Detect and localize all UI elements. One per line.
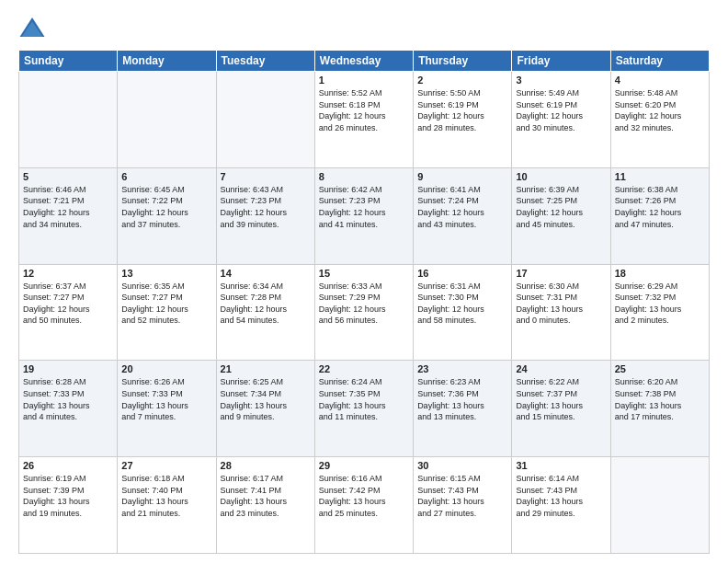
day-number: 15 xyxy=(319,268,409,279)
day-number: 17 xyxy=(516,268,606,279)
day-number: 23 xyxy=(417,363,507,374)
day-info: Sunrise: 6:19 AM Sunset: 7:39 PM Dayligh… xyxy=(23,473,113,519)
day-cell xyxy=(610,457,709,554)
weekday-header-wednesday: Wednesday xyxy=(314,51,413,72)
weekday-header-friday: Friday xyxy=(512,51,610,72)
day-info: Sunrise: 5:48 AM Sunset: 6:20 PM Dayligh… xyxy=(615,87,705,133)
weekday-header-saturday: Saturday xyxy=(610,51,709,72)
day-info: Sunrise: 6:42 AM Sunset: 7:23 PM Dayligh… xyxy=(319,184,409,230)
day-cell: 2Sunrise: 5:50 AM Sunset: 6:19 PM Daylig… xyxy=(414,72,512,168)
day-number: 25 xyxy=(615,363,705,374)
day-cell: 12Sunrise: 6:37 AM Sunset: 7:27 PM Dayli… xyxy=(19,264,118,361)
day-number: 12 xyxy=(23,268,113,279)
day-info: Sunrise: 6:16 AM Sunset: 7:42 PM Dayligh… xyxy=(319,473,409,519)
day-cell: 20Sunrise: 6:26 AM Sunset: 7:33 PM Dayli… xyxy=(118,361,216,457)
day-info: Sunrise: 6:34 AM Sunset: 7:28 PM Dayligh… xyxy=(221,281,311,327)
day-info: Sunrise: 6:24 AM Sunset: 7:35 PM Dayligh… xyxy=(319,376,409,422)
weekday-header-sunday: Sunday xyxy=(19,51,118,72)
weekday-header-row: SundayMondayTuesdayWednesdayThursdayFrid… xyxy=(19,51,710,72)
day-info: Sunrise: 5:52 AM Sunset: 6:18 PM Dayligh… xyxy=(319,87,409,133)
day-number: 2 xyxy=(417,75,507,86)
page: SundayMondayTuesdayWednesdayThursdayFrid… xyxy=(0,0,728,563)
day-number: 11 xyxy=(615,171,705,182)
day-cell: 19Sunrise: 6:28 AM Sunset: 7:33 PM Dayli… xyxy=(19,361,118,457)
day-number: 18 xyxy=(615,268,705,279)
day-info: Sunrise: 6:15 AM Sunset: 7:43 PM Dayligh… xyxy=(417,473,507,519)
day-info: Sunrise: 6:35 AM Sunset: 7:27 PM Dayligh… xyxy=(121,281,211,327)
day-info: Sunrise: 6:30 AM Sunset: 7:31 PM Dayligh… xyxy=(516,281,606,327)
day-cell: 5Sunrise: 6:46 AM Sunset: 7:21 PM Daylig… xyxy=(19,167,118,264)
day-info: Sunrise: 5:50 AM Sunset: 6:19 PM Dayligh… xyxy=(417,87,507,133)
day-cell: 25Sunrise: 6:20 AM Sunset: 7:38 PM Dayli… xyxy=(610,361,709,457)
day-info: Sunrise: 6:14 AM Sunset: 7:43 PM Dayligh… xyxy=(516,473,606,519)
day-number: 7 xyxy=(221,171,311,182)
day-cell: 21Sunrise: 6:25 AM Sunset: 7:34 PM Dayli… xyxy=(216,361,314,457)
day-number: 26 xyxy=(23,460,113,471)
day-number: 9 xyxy=(417,171,507,182)
day-cell: 8Sunrise: 6:42 AM Sunset: 7:23 PM Daylig… xyxy=(314,167,413,264)
day-number: 24 xyxy=(516,363,606,374)
day-info: Sunrise: 6:38 AM Sunset: 7:26 PM Dayligh… xyxy=(615,184,705,230)
day-number: 10 xyxy=(516,171,606,182)
day-cell xyxy=(216,72,314,168)
day-cell: 17Sunrise: 6:30 AM Sunset: 7:31 PM Dayli… xyxy=(512,264,610,361)
weekday-header-tuesday: Tuesday xyxy=(216,51,314,72)
day-number: 21 xyxy=(221,363,311,374)
day-number: 28 xyxy=(221,460,311,471)
day-cell: 26Sunrise: 6:19 AM Sunset: 7:39 PM Dayli… xyxy=(19,457,118,554)
day-cell: 24Sunrise: 6:22 AM Sunset: 7:37 PM Dayli… xyxy=(512,361,610,457)
day-number: 29 xyxy=(319,460,409,471)
day-info: Sunrise: 6:43 AM Sunset: 7:23 PM Dayligh… xyxy=(221,184,311,230)
day-cell: 22Sunrise: 6:24 AM Sunset: 7:35 PM Dayli… xyxy=(314,361,413,457)
day-number: 22 xyxy=(319,363,409,374)
day-cell: 1Sunrise: 5:52 AM Sunset: 6:18 PM Daylig… xyxy=(314,72,413,168)
day-number: 8 xyxy=(319,171,409,182)
day-cell: 6Sunrise: 6:45 AM Sunset: 7:22 PM Daylig… xyxy=(118,167,216,264)
day-cell: 11Sunrise: 6:38 AM Sunset: 7:26 PM Dayli… xyxy=(610,167,709,264)
day-cell: 3Sunrise: 5:49 AM Sunset: 6:19 PM Daylig… xyxy=(512,72,610,168)
day-number: 20 xyxy=(121,363,211,374)
day-cell: 9Sunrise: 6:41 AM Sunset: 7:24 PM Daylig… xyxy=(414,167,512,264)
day-info: Sunrise: 6:25 AM Sunset: 7:34 PM Dayligh… xyxy=(221,376,311,422)
day-number: 5 xyxy=(23,171,113,182)
day-cell: 31Sunrise: 6:14 AM Sunset: 7:43 PM Dayli… xyxy=(512,457,610,554)
day-number: 19 xyxy=(23,363,113,374)
weekday-header-thursday: Thursday xyxy=(414,51,512,72)
week-row-4: 26Sunrise: 6:19 AM Sunset: 7:39 PM Dayli… xyxy=(19,457,710,554)
day-cell: 16Sunrise: 6:31 AM Sunset: 7:30 PM Dayli… xyxy=(414,264,512,361)
day-cell: 10Sunrise: 6:39 AM Sunset: 7:25 PM Dayli… xyxy=(512,167,610,264)
day-info: Sunrise: 6:37 AM Sunset: 7:27 PM Dayligh… xyxy=(23,281,113,327)
day-number: 6 xyxy=(121,171,211,182)
calendar-table: SundayMondayTuesdayWednesdayThursdayFrid… xyxy=(18,50,710,554)
day-cell: 27Sunrise: 6:18 AM Sunset: 7:40 PM Dayli… xyxy=(118,457,216,554)
day-cell: 15Sunrise: 6:33 AM Sunset: 7:29 PM Dayli… xyxy=(314,264,413,361)
day-info: Sunrise: 6:17 AM Sunset: 7:41 PM Dayligh… xyxy=(221,473,311,519)
day-info: Sunrise: 6:28 AM Sunset: 7:33 PM Dayligh… xyxy=(23,376,113,422)
day-info: Sunrise: 6:31 AM Sunset: 7:30 PM Dayligh… xyxy=(417,281,507,327)
day-number: 13 xyxy=(121,268,211,279)
day-number: 3 xyxy=(516,75,606,86)
header xyxy=(18,15,710,42)
day-info: Sunrise: 6:46 AM Sunset: 7:21 PM Dayligh… xyxy=(23,184,113,230)
day-cell: 30Sunrise: 6:15 AM Sunset: 7:43 PM Dayli… xyxy=(414,457,512,554)
week-row-3: 19Sunrise: 6:28 AM Sunset: 7:33 PM Dayli… xyxy=(19,361,710,457)
day-info: Sunrise: 6:45 AM Sunset: 7:22 PM Dayligh… xyxy=(121,184,211,230)
day-number: 1 xyxy=(319,75,409,86)
day-info: Sunrise: 6:33 AM Sunset: 7:29 PM Dayligh… xyxy=(319,281,409,327)
day-number: 31 xyxy=(516,460,606,471)
logo xyxy=(18,15,48,42)
day-info: Sunrise: 6:22 AM Sunset: 7:37 PM Dayligh… xyxy=(516,376,606,422)
day-cell: 29Sunrise: 6:16 AM Sunset: 7:42 PM Dayli… xyxy=(314,457,413,554)
day-info: Sunrise: 6:20 AM Sunset: 7:38 PM Dayligh… xyxy=(615,376,705,422)
day-cell: 23Sunrise: 6:23 AM Sunset: 7:36 PM Dayli… xyxy=(414,361,512,457)
week-row-2: 12Sunrise: 6:37 AM Sunset: 7:27 PM Dayli… xyxy=(19,264,710,361)
weekday-header-monday: Monday xyxy=(118,51,216,72)
logo-icon xyxy=(18,15,46,42)
day-cell: 14Sunrise: 6:34 AM Sunset: 7:28 PM Dayli… xyxy=(216,264,314,361)
day-cell: 7Sunrise: 6:43 AM Sunset: 7:23 PM Daylig… xyxy=(216,167,314,264)
day-cell: 13Sunrise: 6:35 AM Sunset: 7:27 PM Dayli… xyxy=(118,264,216,361)
day-cell: 28Sunrise: 6:17 AM Sunset: 7:41 PM Dayli… xyxy=(216,457,314,554)
day-info: Sunrise: 6:23 AM Sunset: 7:36 PM Dayligh… xyxy=(417,376,507,422)
day-info: Sunrise: 5:49 AM Sunset: 6:19 PM Dayligh… xyxy=(516,87,606,133)
day-number: 14 xyxy=(221,268,311,279)
